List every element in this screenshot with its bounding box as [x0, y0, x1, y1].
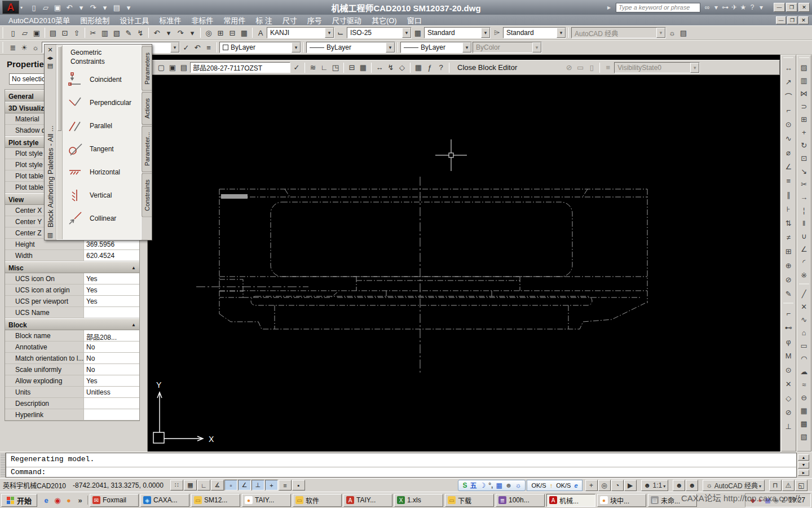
fillet-icon[interactable]: ◜	[797, 256, 811, 269]
property-value[interactable]: Yes	[84, 273, 139, 284]
dropdown-caret-icon[interactable]	[758, 481, 761, 489]
start-button[interactable]: 开始	[1, 494, 37, 507]
workspace-settings-icon[interactable]: ☼	[667, 27, 678, 38]
tool-parallel[interactable]: Parallel	[67, 118, 140, 134]
menu-item[interactable]: 常用件	[218, 15, 250, 25]
dropdown-arrow-icon[interactable]	[402, 28, 411, 38]
palette-menu-icon[interactable]: ▥	[46, 231, 55, 239]
property-value[interactable]	[84, 307, 139, 318]
palette-close-icon[interactable]: ✕	[46, 46, 55, 54]
inspection-icon[interactable]: ⊘	[782, 273, 795, 287]
radius-dimension-icon[interactable]: ⊙	[782, 117, 795, 132]
workspace-switch-button[interactable]: ☼ AutoCAD 经典	[703, 480, 765, 491]
collapse-arrow-icon[interactable]: ▲	[131, 319, 139, 330]
snap-tangent-icon[interactable]: ⊘	[782, 405, 795, 419]
edit-block-icon[interactable]: ▢	[156, 62, 167, 73]
doc-minimize-button[interactable]: —	[776, 16, 786, 24]
taskbar-button[interactable]: X 1.xls	[394, 494, 443, 507]
coordinates-display[interactable]: -8742.2041, 313.3275, 0.0000	[73, 481, 169, 489]
plot-preview-icon[interactable]: ⊡	[59, 27, 70, 38]
layer-on-icon[interactable]: ☀	[19, 42, 30, 53]
text-style-dropdown[interactable]: KANJI	[267, 27, 334, 38]
palette-tab[interactable]: Constraints	[142, 173, 152, 217]
annotation-scale-button[interactable]: ☻ 1:1	[641, 480, 669, 491]
snap-quadrant-icon[interactable]: ◇	[782, 391, 795, 405]
save-icon[interactable]: ▣	[52, 2, 63, 13]
help-icon[interactable]: ?	[748, 3, 757, 11]
rotate-icon[interactable]: ↻	[797, 139, 811, 152]
mleader-style-dropdown[interactable]: Standard	[503, 27, 566, 38]
new-icon[interactable]: ▯	[7, 27, 19, 38]
snap-perpendicular-icon[interactable]: ⊥	[782, 419, 795, 433]
erase-icon[interactable]: ▨	[797, 61, 811, 74]
menu-item[interactable]: 窗口	[402, 15, 427, 25]
layer-isolate-icon[interactable]: ☼	[30, 42, 41, 53]
taskbar-button[interactable]: ✉ Foxmail	[90, 494, 139, 507]
plot-icon[interactable]: ▤	[47, 27, 59, 38]
property-value[interactable]: 620.4524	[84, 250, 139, 261]
make-layer-current-icon[interactable]: ✓	[180, 42, 192, 53]
scroll-down-icon[interactable]: ▼	[798, 462, 809, 468]
property-value[interactable]: Yes	[84, 296, 139, 307]
pan-realtime-icon[interactable]: ◎	[203, 27, 214, 38]
text-style-icon[interactable]: A	[255, 27, 266, 38]
array-icon[interactable]: ⊞	[797, 113, 811, 126]
property-row[interactable]: Block name 部品208...	[5, 330, 139, 341]
save-block-icon[interactable]: ▣	[167, 62, 178, 73]
toolbar-icon[interactable]	[148, 28, 149, 38]
snap-center-icon[interactable]: ⊙	[782, 363, 795, 377]
property-row[interactable]: Description	[5, 398, 139, 409]
ime-tools-icon[interactable]: ☼	[515, 481, 521, 489]
undo-icon[interactable]: ↶	[64, 2, 75, 13]
dropdown-arrow-icon[interactable]	[170, 42, 179, 52]
block-editor-icon[interactable]: ↯	[135, 27, 146, 38]
undo-dropdown-icon[interactable]: ▾	[76, 2, 87, 13]
trusted-autodesk-icon[interactable]: ⚠	[782, 480, 795, 491]
redo-icon[interactable]: ↷	[87, 2, 99, 13]
scroll-right-icon[interactable]: ►	[798, 470, 809, 476]
firefox-quick-icon[interactable]: ●	[64, 496, 73, 505]
snap-diameter-icon[interactable]: φ	[782, 335, 795, 349]
lwt-toggle[interactable]: ≡	[279, 480, 292, 491]
property-value[interactable]: 369.5956	[84, 239, 139, 250]
angular-dimension-icon[interactable]: ∠	[782, 160, 795, 174]
command-window-grip[interactable]	[1, 453, 6, 478]
zoom-previous-icon[interactable]: ⊟	[227, 27, 238, 38]
search-dropdown-icon[interactable]: ▾	[712, 3, 721, 11]
palette-tab[interactable]: Parameter...	[142, 126, 152, 172]
close-block-editor-button[interactable]: Close Block Editor	[452, 63, 523, 72]
toolbar-icon[interactable]	[200, 28, 201, 38]
autocad-logo[interactable]: A	[2, 1, 19, 14]
zoom-icon[interactable]: ◎	[598, 480, 611, 491]
stretch-icon[interactable]: ↘	[797, 165, 811, 178]
toolbar-grip[interactable]	[2, 27, 5, 38]
match-properties-icon[interactable]: ✎	[123, 27, 134, 38]
toolbar-icon[interactable]	[45, 28, 45, 38]
block-name-field[interactable]: 部品208-27-7117OZST	[190, 62, 290, 73]
linetype-dropdown[interactable]: ByLayer	[306, 42, 395, 53]
tool-horizontal[interactable]: Horizontal	[67, 164, 140, 180]
workspace-dropdown[interactable]: AutoCAD 经典	[571, 27, 666, 38]
property-value[interactable]: No	[84, 364, 139, 375]
taskbar-button[interactable]: ● TAIY...	[242, 494, 291, 507]
constraint-bar-icon[interactable]: ∟	[319, 62, 330, 73]
snap-toggle[interactable]: ∷	[170, 480, 183, 491]
visibility-state-dropdown[interactable]: VisibilityState0	[614, 62, 700, 73]
palette-autohide-icon[interactable]: ◂▸	[46, 54, 55, 62]
ime-keyboard-icon[interactable]: ▦	[496, 481, 502, 489]
layer-states-icon[interactable]: ≡	[203, 42, 214, 53]
table-style-dropdown[interactable]: Standard	[424, 27, 491, 38]
spline-icon[interactable]: ≈	[797, 378, 811, 391]
close-button[interactable]: ✕	[798, 3, 810, 12]
pan-icon[interactable]: +	[585, 480, 598, 491]
workspace-switcher[interactable]: ☼ AutoCAD 经典	[701, 480, 766, 491]
extend-icon[interactable]: →	[797, 191, 811, 204]
arc-icon[interactable]: ◠	[797, 352, 811, 365]
property-value[interactable]: Unitless	[84, 387, 139, 398]
paste-icon[interactable]: ▧	[111, 27, 122, 38]
center-mark-icon[interactable]: ⊕	[782, 259, 795, 273]
dropdown-arrow-icon[interactable]	[557, 28, 566, 38]
tool-collinear[interactable]: Collinear	[67, 211, 140, 226]
dropdown-arrow-icon[interactable]	[292, 42, 301, 52]
redo-dropdown-icon[interactable]: ▾	[99, 2, 111, 13]
